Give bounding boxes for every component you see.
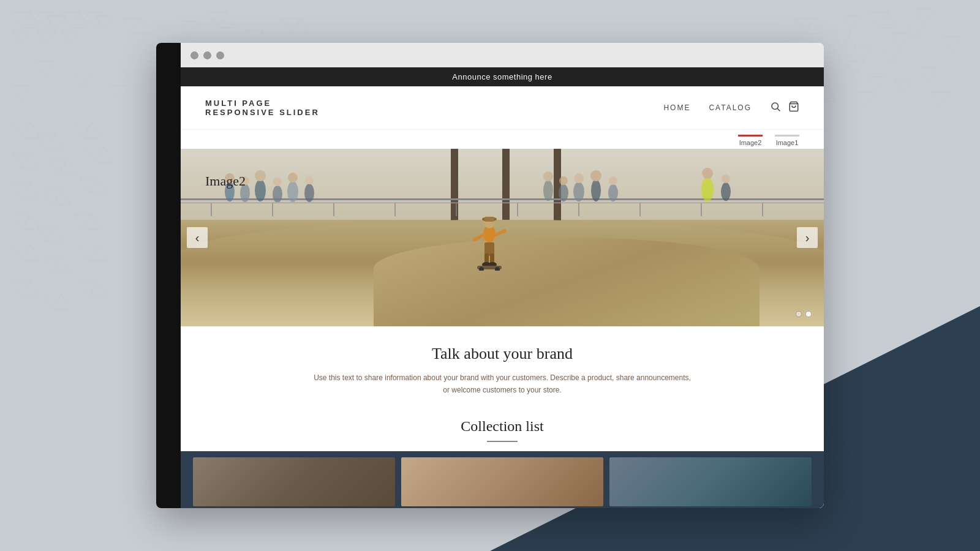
sidebar-black (156, 43, 181, 508)
svg-marker-28 (894, 80, 913, 95)
image-tab-2[interactable]: Image2 (738, 135, 763, 146)
svg-point-147 (702, 168, 713, 179)
svg-marker-93 (46, 227, 64, 242)
skater-figure (471, 209, 508, 273)
svg-point-140 (573, 182, 584, 201)
search-icon[interactable] (770, 101, 781, 114)
svg-marker-5 (37, 31, 55, 46)
svg-marker-9 (208, 12, 227, 28)
nav-links: HOME CATALOG (663, 101, 799, 114)
collection-heading: Collection list (181, 409, 824, 435)
svg-point-135 (305, 176, 314, 184)
svg-marker-19 (870, 12, 888, 28)
svg-marker-11 (282, 18, 300, 34)
svg-marker-88 (89, 178, 107, 193)
svg-point-142 (591, 179, 601, 201)
svg-marker-71 (12, 122, 31, 138)
cart-icon[interactable] (788, 101, 799, 114)
svg-marker-104 (21, 282, 40, 297)
slider-dot-1[interactable] (796, 311, 802, 317)
svg-marker-2 (61, 12, 80, 28)
svg-marker-4 (12, 31, 31, 46)
svg-line-115 (496, 231, 505, 235)
svg-marker-89 (12, 214, 31, 230)
svg-marker-30 (21, 12, 40, 28)
svg-marker-103 (80, 282, 98, 297)
brand-description: Use this text to share information about… (312, 372, 692, 397)
svg-marker-27 (858, 92, 876, 107)
brand-heading: Talk about your brand (193, 345, 812, 363)
nav-icons (770, 101, 799, 114)
slider-dot-2[interactable] (805, 311, 812, 317)
svg-marker-83 (12, 184, 31, 199)
svg-point-131 (273, 178, 282, 186)
svg-marker-18 (833, 31, 851, 46)
svg-marker-76 (86, 147, 104, 162)
svg-point-138 (559, 184, 568, 201)
browser-dot-2 (203, 51, 211, 59)
svg-marker-33 (95, 15, 113, 31)
nav-link-catalog[interactable]: CATALOG (709, 103, 752, 112)
svg-marker-87 (52, 190, 70, 205)
svg-marker-74 (12, 153, 31, 168)
svg-point-133 (288, 173, 298, 182)
svg-marker-34 (132, 18, 150, 34)
svg-point-128 (255, 179, 266, 201)
svg-marker-79 (83, 122, 101, 138)
announcement-bar: Announce something here (181, 67, 824, 86)
svg-marker-21 (943, 37, 962, 52)
svg-point-143 (590, 170, 601, 181)
svg-marker-3 (86, 12, 104, 28)
svg-line-108 (777, 108, 780, 111)
svg-rect-113 (484, 217, 494, 222)
svg-point-137 (543, 171, 553, 181)
collection-thumb-1[interactable] (193, 457, 395, 506)
svg-marker-85 (80, 178, 98, 193)
slider-next-arrow[interactable]: › (797, 227, 818, 248)
image-tab-1[interactable]: Image1 (775, 135, 799, 146)
svg-marker-80 (21, 153, 40, 168)
collection-thumb-3[interactable] (609, 457, 812, 506)
svg-marker-40 (879, 12, 897, 28)
svg-marker-43 (854, 46, 873, 61)
svg-marker-105 (52, 294, 70, 309)
svg-marker-31 (46, 15, 64, 31)
ramp-2 (374, 238, 760, 326)
nav-link-home[interactable]: HOME (663, 103, 690, 112)
svg-marker-14 (12, 86, 31, 101)
svg-point-139 (559, 176, 568, 185)
svg-point-149 (722, 174, 730, 183)
svg-marker-82 (95, 147, 113, 162)
svg-marker-78 (46, 135, 64, 150)
svg-marker-0 (12, 12, 31, 28)
svg-marker-96 (43, 257, 61, 272)
svg-marker-90 (37, 227, 55, 242)
svg-marker-75 (49, 159, 67, 174)
svg-marker-81 (58, 159, 77, 174)
svg-marker-1 (37, 12, 55, 28)
svg-marker-102 (43, 294, 61, 309)
brand-line2: RESPONSIVE SLIDER (205, 108, 663, 117)
svg-marker-25 (919, 67, 937, 83)
announcement-text: Announce something here (452, 72, 552, 81)
slider-dots (796, 311, 812, 317)
svg-marker-84 (43, 190, 61, 205)
svg-marker-92 (21, 214, 40, 230)
svg-marker-7 (123, 18, 141, 34)
browser-dot-3 (216, 51, 224, 59)
svg-marker-101 (12, 282, 31, 297)
svg-marker-35 (181, 21, 199, 37)
svg-marker-37 (291, 18, 309, 34)
svg-marker-91 (74, 214, 92, 230)
brand-section: Talk about your brand Use this text to s… (181, 326, 824, 409)
collection-thumb-2[interactable] (401, 457, 603, 506)
slider-prev-arrow[interactable]: ‹ (187, 227, 208, 248)
svg-point-136 (543, 180, 553, 201)
tab-label-1: Image1 (776, 139, 799, 146)
svg-marker-41 (916, 9, 934, 24)
svg-point-132 (287, 181, 298, 202)
svg-marker-20 (907, 24, 925, 40)
prev-arrow-icon: ‹ (195, 231, 200, 244)
browser-chrome (181, 43, 824, 67)
svg-marker-46 (867, 77, 885, 92)
